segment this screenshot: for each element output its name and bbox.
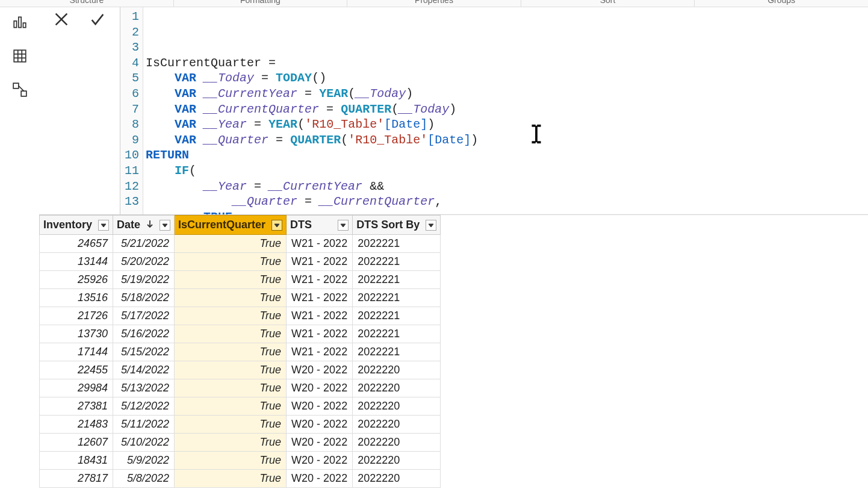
cell[interactable]: True (175, 397, 287, 416)
cell[interactable]: True (175, 361, 287, 379)
table-row[interactable]: 126075/10/2022TrueW20 - 20222022220 (40, 434, 441, 452)
cell[interactable]: 18431 (40, 452, 113, 470)
data-view-icon[interactable] (10, 46, 30, 66)
table-row[interactable]: 246575/21/2022TrueW21 - 20222022221 (40, 235, 441, 253)
code-line[interactable]: VAR __Today = TODAY() (146, 70, 868, 86)
cell[interactable]: True (175, 416, 287, 434)
report-view-icon[interactable] (10, 12, 30, 33)
cell[interactable]: 29984 (40, 379, 113, 397)
cell[interactable]: 2022221 (353, 289, 441, 307)
cell[interactable]: 5/14/2022 (113, 361, 175, 379)
cell[interactable]: 5/11/2022 (113, 416, 175, 434)
column-header-dts-sort-by[interactable]: DTS Sort By (353, 216, 441, 235)
table-row[interactable]: 135165/18/2022TrueW21 - 20222022221 (40, 289, 441, 307)
filter-dropdown-icon[interactable] (160, 220, 170, 231)
code-line[interactable]: IsCurrentQuarter = (146, 55, 868, 71)
cell[interactable]: 12607 (40, 434, 113, 452)
cell[interactable]: W21 - 2022 (287, 253, 353, 271)
cell[interactable]: W21 - 2022 (287, 271, 353, 289)
cell[interactable]: W21 - 2022 (287, 325, 353, 343)
cell[interactable]: True (175, 325, 287, 343)
cell[interactable]: 27817 (40, 470, 113, 488)
cell[interactable]: 5/21/2022 (113, 235, 175, 253)
filter-dropdown-icon[interactable] (271, 220, 282, 231)
table-row[interactable]: 299845/13/2022TrueW20 - 20222022220 (40, 379, 441, 397)
table-row[interactable]: 184315/9/2022TrueW20 - 20222022220 (40, 452, 441, 470)
cell[interactable]: 2022220 (353, 416, 441, 434)
cell[interactable]: W20 - 2022 (287, 470, 353, 488)
code-line[interactable]: VAR __CurrentQuarter = QUARTER(__Today) (146, 102, 868, 117)
cell[interactable]: 5/12/2022 (113, 397, 175, 416)
code-line[interactable]: VAR __Quarter = QUARTER('R10_Table'[Date… (146, 132, 868, 148)
formula-editor[interactable]: 12345678910111213 IsCurrentQuarter = VAR… (120, 7, 868, 214)
code-line[interactable]: __Year = __CurrentYear && (146, 179, 868, 195)
cell[interactable]: 5/9/2022 (113, 452, 175, 470)
column-header-inventory[interactable]: Inventory (40, 216, 113, 235)
cell[interactable]: 21483 (40, 416, 113, 434)
ribbon-tab-sort[interactable]: Sort (521, 0, 695, 7)
data-table[interactable]: InventoryDateIsCurrentQuarterDTSDTS Sort… (39, 215, 441, 488)
cell[interactable]: True (175, 307, 287, 325)
table-row[interactable]: 214835/11/2022TrueW20 - 20222022220 (40, 416, 441, 434)
cell[interactable]: 13516 (40, 289, 113, 307)
cell[interactable]: True (175, 343, 287, 361)
code-line[interactable]: IF( (146, 163, 868, 179)
commit-formula-button[interactable] (88, 10, 107, 29)
code-line[interactable]: TRUE, (146, 210, 868, 214)
cell[interactable]: 27381 (40, 397, 113, 416)
cell[interactable]: 5/19/2022 (113, 271, 175, 289)
cell[interactable]: W21 - 2022 (287, 289, 353, 307)
cell[interactable]: 5/8/2022 (113, 470, 175, 488)
cell[interactable]: 2022221 (353, 235, 441, 253)
cell[interactable]: 5/10/2022 (113, 434, 175, 452)
table-row[interactable]: 224555/14/2022TrueW20 - 20222022220 (40, 361, 441, 379)
ribbon-tab-groups[interactable]: Groups (695, 0, 868, 7)
table-row[interactable]: 131445/20/2022TrueW21 - 20222022221 (40, 253, 441, 271)
cell[interactable]: W20 - 2022 (287, 452, 353, 470)
cell[interactable]: W20 - 2022 (287, 361, 353, 379)
table-row[interactable]: 273815/12/2022TrueW20 - 20222022220 (40, 397, 441, 416)
cell[interactable]: 5/17/2022 (113, 307, 175, 325)
cell[interactable]: 2022221 (353, 271, 441, 289)
cell[interactable]: W20 - 2022 (287, 434, 353, 452)
cell[interactable]: 2022221 (353, 325, 441, 343)
ribbon-tab-formatting[interactable]: Formatting (174, 0, 348, 7)
code-line[interactable]: VAR __CurrentYear = YEAR(__Today) (146, 86, 868, 102)
model-view-icon[interactable] (10, 79, 30, 100)
table-row[interactable]: 137305/16/2022TrueW21 - 20222022221 (40, 325, 441, 343)
table-row[interactable]: 259265/19/2022TrueW21 - 20222022221 (40, 271, 441, 289)
table-row[interactable]: 217265/17/2022TrueW21 - 20222022221 (40, 307, 441, 325)
code-line[interactable]: __Quarter = __CurrentQuarter, (146, 194, 868, 210)
filter-dropdown-icon[interactable] (426, 220, 436, 231)
cell[interactable]: 5/20/2022 (113, 253, 175, 271)
cell[interactable]: 22455 (40, 361, 113, 379)
column-header-date[interactable]: Date (113, 216, 175, 235)
cell[interactable]: W21 - 2022 (287, 343, 353, 361)
cell[interactable]: 5/18/2022 (113, 289, 175, 307)
cell[interactable]: 13144 (40, 253, 113, 271)
cell[interactable]: 13730 (40, 325, 113, 343)
cancel-formula-button[interactable] (52, 10, 71, 29)
cell[interactable]: 2022220 (353, 379, 441, 397)
column-header-iscurrentquarter[interactable]: IsCurrentQuarter (175, 216, 287, 235)
cell[interactable]: 2022220 (353, 434, 441, 452)
cell[interactable]: 5/16/2022 (113, 325, 175, 343)
cell[interactable]: 5/13/2022 (113, 379, 175, 397)
cell[interactable]: 2022220 (353, 470, 441, 488)
cell[interactable]: 2022220 (353, 452, 441, 470)
cell[interactable]: True (175, 379, 287, 397)
table-row[interactable]: 171445/15/2022TrueW21 - 20222022221 (40, 343, 441, 361)
cell[interactable]: W20 - 2022 (287, 397, 353, 416)
cell[interactable]: True (175, 289, 287, 307)
cell[interactable]: True (175, 253, 287, 271)
cell[interactable]: 2022221 (353, 307, 441, 325)
cell[interactable]: True (175, 452, 287, 470)
ribbon-tab-properties[interactable]: Properties (347, 0, 521, 7)
column-header-dts[interactable]: DTS (287, 216, 353, 235)
code-line[interactable]: RETURN (146, 148, 868, 163)
ribbon-tab-structure[interactable]: Structure (0, 0, 174, 7)
cell[interactable]: 21726 (40, 307, 113, 325)
cell[interactable]: 2022220 (353, 397, 441, 416)
code-line[interactable]: VAR __Year = YEAR('R10_Table'[Date]) (146, 117, 868, 132)
cell[interactable]: 24657 (40, 235, 113, 253)
